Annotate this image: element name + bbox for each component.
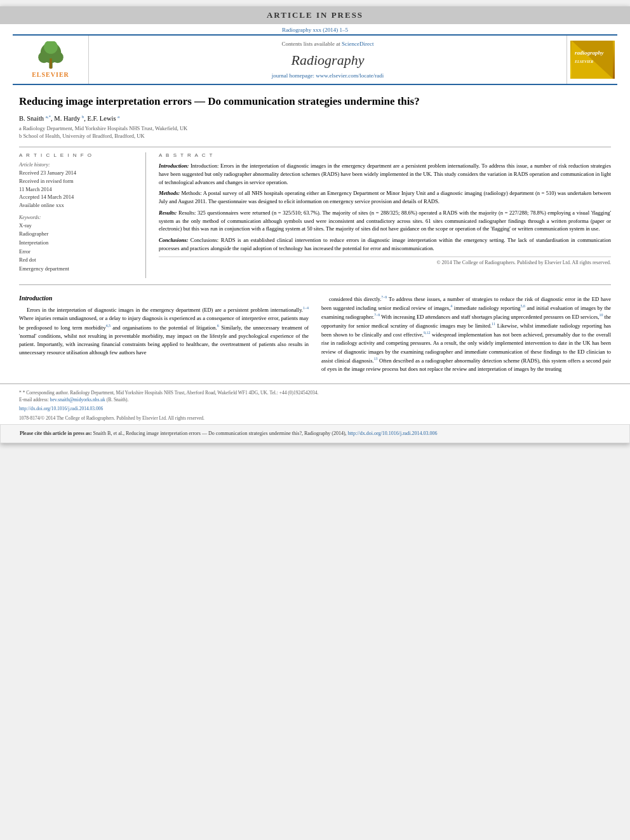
journal-title: Radiography bbox=[292, 52, 365, 69]
affiliations: a Radiology Department, Mid Yorkshire Ho… bbox=[19, 124, 611, 141]
radiography-logo-area: radiography ELSEVIER bbox=[566, 36, 617, 84]
abstract-copyright: © 2014 The College of Radiographers. Pub… bbox=[159, 257, 611, 265]
abstract-results: Results: Results: 325 questionnaires wer… bbox=[159, 209, 611, 233]
aip-banner: ARTICLE IN PRESS bbox=[0, 6, 630, 24]
ref-6: 6 bbox=[217, 324, 219, 328]
intro-para1: Errors in the interpretation of diagnost… bbox=[19, 305, 309, 357]
keywords-list: X-ray Radiographer Interpretation Error … bbox=[19, 222, 136, 274]
ref-4-5: 4,5 bbox=[105, 324, 111, 328]
sciencedirect-link[interactable]: ScienceDirect bbox=[342, 41, 373, 47]
svg-text:ELSEVIER: ELSEVIER bbox=[574, 60, 593, 63]
svg-text:radiography: radiography bbox=[575, 50, 605, 56]
article-info-header: A R T I C L E I N F O bbox=[19, 152, 136, 158]
abstract-header: A B S T R A C T bbox=[159, 152, 611, 158]
elsevier-logo: ELSEVIER bbox=[32, 41, 70, 78]
elsevier-logo-area: ELSEVIER bbox=[13, 36, 89, 84]
footnote-star-text: * Corresponding author. Radiology Depart… bbox=[23, 390, 319, 396]
doi-link[interactable]: http://dx.doi.org/10.1016/j.radi.2014.03… bbox=[19, 405, 611, 412]
ref-7-9b: 7–9 bbox=[374, 313, 380, 317]
homepage-label: journal homepage: bbox=[272, 72, 316, 79]
contents-label: Contents lists available at bbox=[282, 41, 340, 47]
article-title: Reducing image interpretation errors — D… bbox=[19, 95, 611, 109]
footnote-email: E-mail address: bev.snaith@midyorks.nhs.… bbox=[19, 396, 611, 403]
history-label: Article history: bbox=[19, 162, 136, 168]
intro-title: Introduction bbox=[19, 295, 309, 302]
radiography-logo-icon: radiography ELSEVIER bbox=[572, 41, 613, 79]
article-info-col: A R T I C L E I N F O Article history: R… bbox=[19, 152, 146, 278]
journal-ref-text: Radiography xxx (2014) 1–5 bbox=[282, 27, 348, 33]
revised-date: 11 March 2014 bbox=[19, 186, 52, 192]
elsevier-tree-icon bbox=[32, 41, 70, 70]
ref-1-4: 1–4 bbox=[303, 306, 309, 310]
body-content: Introduction Errors in the interpretatio… bbox=[0, 285, 630, 383]
journal-center: Contents lists available at ScienceDirec… bbox=[89, 36, 566, 84]
body-right-col: considered this directly.7–9 To address … bbox=[321, 295, 611, 377]
issn-text: 1078-8174/© 2014 The College of Radiogra… bbox=[19, 415, 611, 422]
keywords-label: Keywords: bbox=[19, 215, 136, 220]
authors-text: B. Snaith a,*, M. Hardy b, E.F. Lewis a bbox=[19, 115, 119, 122]
svg-rect-5 bbox=[50, 58, 52, 69]
accepted-date: Accepted 14 March 2014 bbox=[19, 193, 136, 201]
journal-homepage: journal homepage: www.elsevier.com/locat… bbox=[272, 72, 384, 79]
ref-9-12: 9,12 bbox=[424, 331, 431, 335]
svg-point-2 bbox=[38, 51, 50, 63]
abstract-conclusions: Conclusions: Conclusions: RADS is an est… bbox=[159, 236, 611, 253]
abstract-text: Introduction: Introduction: Errors in th… bbox=[159, 162, 611, 253]
please-cite-label: Please cite this article in press as: bbox=[20, 430, 93, 436]
article-history-group: Article history: Received 23 January 201… bbox=[19, 162, 136, 210]
affiliation-b: b School of Health, University of Bradfo… bbox=[19, 132, 611, 140]
email-label: E-mail address: bbox=[19, 397, 49, 403]
aip-banner-text: ARTICLE IN PRESS bbox=[267, 10, 363, 20]
body-left-col: Introduction Errors in the interpretatio… bbox=[19, 295, 309, 377]
received-revised-text: Received in revised form bbox=[19, 178, 74, 184]
main-content: Reducing image interpretation errors — D… bbox=[0, 85, 630, 284]
received-revised: Received in revised form 11 March 2014 bbox=[19, 177, 136, 194]
article-meta-row: A R T I C L E I N F O Article history: R… bbox=[19, 152, 611, 278]
body-right-text: considered this directly.7–9 To address … bbox=[321, 295, 611, 373]
keyword-1: X-ray bbox=[19, 222, 136, 230]
homepage-url[interactable]: www.elsevier.com/locate/radi bbox=[316, 72, 384, 79]
elsevier-brand-text: ELSEVIER bbox=[32, 71, 69, 78]
contents-line: Contents lists available at ScienceDirec… bbox=[282, 41, 374, 47]
ref-13: 13 bbox=[374, 357, 378, 361]
citation-text: Snaith B, et al., Reducing image interpr… bbox=[93, 430, 348, 436]
abstract-methods: Methods: Methods: A postal survey of all… bbox=[159, 189, 611, 206]
ref-11: 11 bbox=[492, 322, 495, 326]
page: ARTICLE IN PRESS Radiography xxx (2014) … bbox=[0, 6, 630, 443]
keywords-group: Keywords: X-ray Radiographer Interpretat… bbox=[19, 215, 136, 274]
radiography-logo-box: radiography ELSEVIER bbox=[570, 41, 615, 79]
right-para1: considered this directly.7–9 To address … bbox=[321, 295, 611, 373]
ref-7-9: 7–9 bbox=[381, 295, 387, 299]
journal-ref: Radiography xxx (2014) 1–5 bbox=[0, 24, 630, 34]
keyword-2: Radiographer bbox=[19, 230, 136, 239]
affiliation-a: a Radiology Department, Mid Yorkshire Ho… bbox=[19, 124, 611, 133]
keyword-4: Error bbox=[19, 248, 136, 257]
footnote-area: * * Corresponding author. Radiology Depa… bbox=[0, 383, 630, 424]
citation-box: Please cite this article in press as: Sn… bbox=[0, 424, 630, 443]
abstract-col: A B S T R A C T Introduction: Introducti… bbox=[159, 152, 611, 278]
article-authors: B. Snaith a,*, M. Hardy b, E.F. Lewis a bbox=[19, 114, 611, 122]
received-date: Received 23 January 2014 bbox=[19, 169, 136, 177]
email-link[interactable]: bev.snaith@midyorks.nhs.uk bbox=[50, 397, 105, 403]
citation-doi[interactable]: http://dx.doi.org/10.1016/j.radi.2014.03… bbox=[348, 430, 438, 436]
star-sup: * bbox=[49, 114, 51, 119]
available-online: Available online xxx bbox=[19, 201, 136, 210]
ref-4b: 4 bbox=[450, 304, 452, 308]
ref-5-6: 5,6 bbox=[520, 304, 525, 308]
svg-point-3 bbox=[51, 51, 63, 63]
body-left-text: Errors in the interpretation of diagnost… bbox=[19, 305, 309, 357]
journal-header: ELSEVIER Contents lists available at Sci… bbox=[13, 34, 617, 85]
email-name: (B. Snaith). bbox=[107, 397, 129, 403]
keyword-5: Red dot bbox=[19, 256, 136, 265]
divider-1 bbox=[19, 147, 611, 147]
footnote-star: * * Corresponding author. Radiology Depa… bbox=[19, 389, 611, 396]
keyword-3: Interpretation bbox=[19, 239, 136, 248]
keyword-6: Emergency department bbox=[19, 265, 136, 274]
abstract-intro: Introduction: Introduction: Errors in th… bbox=[159, 162, 611, 186]
ref-10: 10 bbox=[599, 313, 603, 317]
